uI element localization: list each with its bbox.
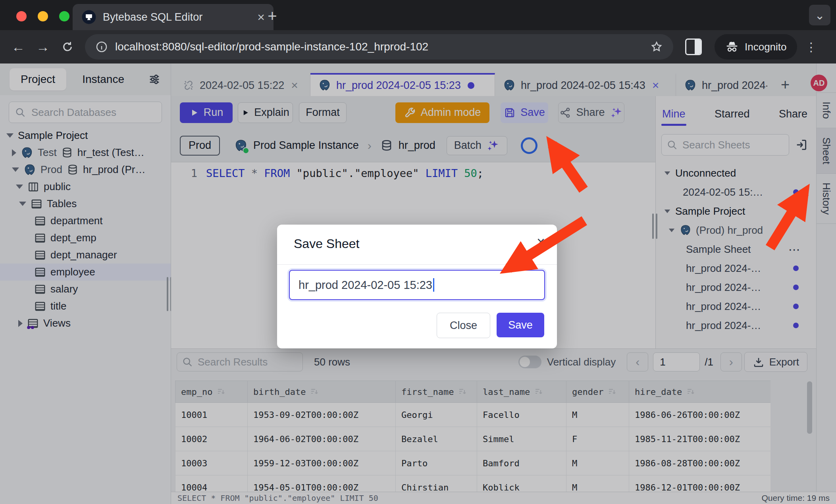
new-tab-button[interactable]: + bbox=[261, 5, 283, 27]
browser-navbar: ← → localhost:8080/sql-editor/prod-sampl… bbox=[0, 30, 836, 63]
save-confirm-button[interactable]: Save bbox=[497, 313, 544, 337]
side-panel-icon[interactable] bbox=[685, 38, 702, 55]
tab-list-chevron-icon[interactable]: ⌄ bbox=[809, 5, 830, 25]
reload-button[interactable] bbox=[57, 37, 78, 57]
site-info-icon[interactable] bbox=[95, 40, 108, 53]
url-text[interactable]: localhost:8080/sql-editor/prod-sample-in… bbox=[115, 40, 428, 53]
window-zoom-button[interactable] bbox=[59, 11, 69, 21]
browser-tab-bar: Bytebase SQL Editor × + ⌄ bbox=[0, 0, 836, 30]
window-minimize-button[interactable] bbox=[38, 11, 48, 21]
sheet-name-input[interactable]: hr_prod 2024-02-05 15:23 bbox=[289, 270, 545, 300]
dialog-title: Save Sheet bbox=[294, 237, 359, 251]
window-controls bbox=[16, 11, 69, 21]
incognito-label: Incognito bbox=[745, 41, 787, 53]
browser-tab[interactable]: Bytebase SQL Editor × bbox=[73, 4, 274, 30]
save-sheet-dialog: Save Sheet × hr_prod 2024-02-05 15:23 Cl… bbox=[277, 225, 557, 348]
browser-chrome: Bytebase SQL Editor × + ⌄ ← → localhost:… bbox=[0, 0, 836, 63]
window-close-button[interactable] bbox=[16, 11, 27, 21]
dialog-close-icon[interactable]: × bbox=[537, 235, 545, 249]
incognito-badge: Incognito bbox=[715, 34, 797, 60]
dialog-buttons: Close Save bbox=[437, 313, 544, 338]
dialog-divider bbox=[277, 264, 557, 265]
incognito-icon bbox=[725, 40, 739, 54]
browser-tab-title: Bytebase SQL Editor bbox=[103, 11, 202, 23]
text-cursor bbox=[433, 278, 434, 292]
bytebase-favicon-icon bbox=[81, 10, 96, 25]
close-button[interactable]: Close bbox=[437, 313, 490, 338]
back-button[interactable]: ← bbox=[8, 37, 29, 57]
browser-menu-icon[interactable]: ⋮ bbox=[803, 37, 819, 57]
forward-button[interactable]: → bbox=[33, 37, 53, 57]
bookmark-star-icon[interactable] bbox=[650, 40, 663, 53]
url-bar[interactable]: localhost:8080/sql-editor/prod-sample-in… bbox=[85, 34, 673, 60]
